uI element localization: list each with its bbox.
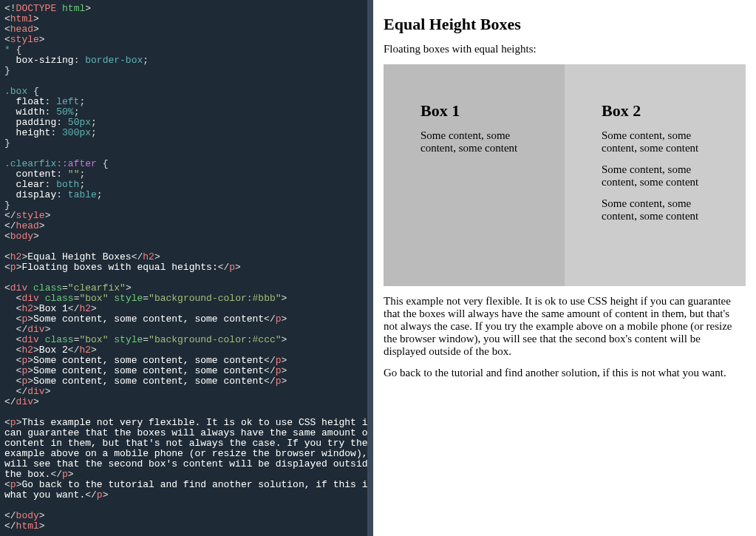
box-2-title: Box 2 — [602, 101, 709, 121]
scrollbar[interactable] — [367, 0, 373, 536]
box-1-title: Box 1 — [420, 101, 528, 121]
box-2-content: Some content, some content, some content — [602, 163, 709, 189]
box-2-content: Some content, some content, some content — [602, 197, 709, 223]
box-2: Box 2 Some content, some content, some c… — [565, 64, 746, 286]
page-title: Equal Height Boxes — [384, 15, 746, 34]
note-paragraph-2: Go back to the tutorial and find another… — [384, 367, 746, 379]
box-container: Box 1 Some content, some content, some c… — [384, 64, 746, 286]
note-paragraph-1: This example not very flexible. It is ok… — [384, 295, 746, 358]
box-1-content: Some content, some content, some content — [420, 129, 528, 155]
box-2-content: Some content, some content, some content — [602, 129, 709, 155]
preview-pane: Equal Height Boxes Floating boxes with e… — [373, 0, 756, 536]
intro-text: Floating boxes with equal heights: — [384, 43, 746, 55]
code-editor[interactable]: <!DOCTYPE html><html><head><style>* { bo… — [0, 0, 373, 536]
box-1: Box 1 Some content, some content, some c… — [384, 64, 565, 286]
